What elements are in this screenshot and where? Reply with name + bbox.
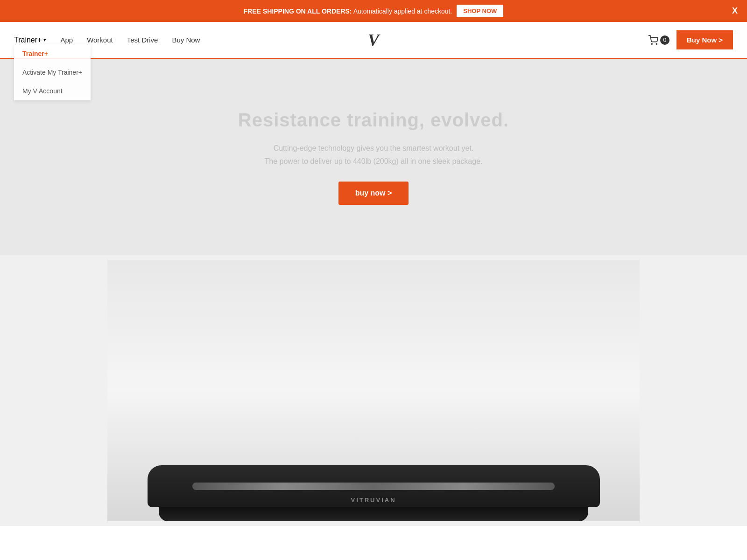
cart-icon[interactable]: 0 bbox=[648, 35, 669, 45]
product-device: VITRUVIAN bbox=[148, 465, 600, 521]
nav-item-test-drive[interactable]: Test Drive bbox=[127, 34, 158, 46]
announcement-text: FREE SHIPPING ON ALL ORDERS: Automatical… bbox=[244, 7, 452, 15]
product-label: VITRUVIAN bbox=[351, 497, 396, 504]
buy-now-nav-button[interactable]: Buy Now > bbox=[677, 30, 733, 49]
hero-content: Resistance training, evolved. Cutting-ed… bbox=[229, 82, 518, 232]
hero-subtitle-line2: The power to deliver up to 440lb (200kg)… bbox=[265, 157, 483, 165]
dropdown-item-account[interactable]: My V Account bbox=[14, 82, 91, 100]
nav-right: 0 Buy Now > bbox=[648, 30, 733, 49]
dropdown-item-activate[interactable]: Activate My Trainer+ bbox=[14, 63, 91, 82]
hero-subtitle-line1: Cutting-edge technology gives you the sm… bbox=[274, 144, 474, 152]
cart-svg-icon bbox=[648, 35, 658, 45]
product-section: VITRUVIAN bbox=[0, 255, 747, 526]
dropdown-item-trainer[interactable]: Trainer+ bbox=[14, 44, 91, 63]
close-announcement-button[interactable]: X bbox=[732, 6, 738, 16]
hero-section: Resistance training, evolved. Cutting-ed… bbox=[0, 59, 747, 255]
cart-count: 0 bbox=[660, 35, 669, 45]
device-body: VITRUVIAN bbox=[148, 465, 600, 507]
svg-point-0 bbox=[651, 43, 652, 44]
hero-subtitle: Cutting-edge technology gives you the sm… bbox=[238, 142, 509, 167]
product-image-container: VITRUVIAN bbox=[107, 260, 640, 521]
announcement-bold: FREE SHIPPING ON ALL ORDERS: bbox=[244, 7, 352, 15]
announcement-bar: FREE SHIPPING ON ALL ORDERS: Automatical… bbox=[0, 0, 747, 22]
trainer-dropdown: Trainer+ Activate My Trainer+ My V Accou… bbox=[14, 44, 91, 100]
nav-item-workout[interactable]: Workout bbox=[87, 34, 113, 46]
device-rail bbox=[192, 483, 554, 490]
chevron-down-icon: ▾ bbox=[43, 37, 46, 43]
nav-left: Trainer+ ▾ Trainer+ Activate My Trainer+… bbox=[14, 34, 200, 46]
site-logo: V bbox=[368, 30, 379, 50]
svg-point-1 bbox=[656, 43, 657, 44]
trainer-plus-label: Trainer+ bbox=[14, 36, 42, 44]
nav-item-trainer-plus[interactable]: Trainer+ ▾ Trainer+ Activate My Trainer+… bbox=[14, 36, 46, 44]
navbar: Trainer+ ▾ Trainer+ Activate My Trainer+… bbox=[0, 22, 747, 59]
device-bottom bbox=[159, 507, 589, 521]
hero-buy-now-button[interactable]: buy now > bbox=[338, 182, 409, 205]
shop-now-button[interactable]: SHOP NOW bbox=[457, 5, 503, 17]
hero-title: Resistance training, evolved. bbox=[238, 110, 509, 131]
nav-item-buy-now[interactable]: Buy Now bbox=[172, 34, 200, 46]
announcement-regular: Automatically applied at checkout. bbox=[353, 7, 452, 15]
